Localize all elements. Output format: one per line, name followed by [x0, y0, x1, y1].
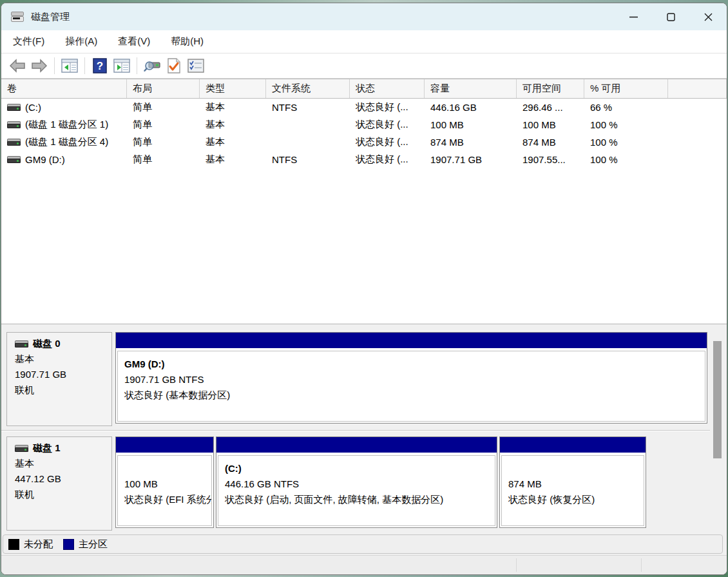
disk-row-separator	[1, 430, 710, 431]
partition-size: 100 MB	[124, 476, 209, 492]
volume-icon	[7, 156, 21, 163]
layout-cell: 简单	[127, 151, 200, 168]
layout-cell: 简单	[127, 99, 200, 116]
disk-graphical-pane: 磁盘 0 基本 1907.71 GB 联机 GM9 (D:) 1907.71 G…	[1, 324, 727, 533]
column-header-volume[interactable]: 卷	[1, 79, 127, 98]
scrollbar-thumb[interactable]	[713, 341, 722, 458]
disk-0-label-box[interactable]: 磁盘 0 基本 1907.71 GB 联机	[6, 332, 112, 426]
partition-size: 874 MB	[508, 476, 641, 492]
partition-status: 状态良好 (恢复分区)	[508, 492, 641, 507]
status-cell: 状态良好 (...	[350, 151, 425, 168]
disk-0-type: 基本	[15, 351, 111, 367]
volume-row-disk1-part4[interactable]: (磁盘 1 磁盘分区 4) 简单 基本 状态良好 (... 874 MB 874…	[1, 133, 727, 151]
type-cell: 基本	[200, 99, 266, 116]
type-cell: 基本	[200, 151, 266, 168]
volume-icon	[7, 139, 21, 146]
volume-icon	[7, 121, 21, 128]
menu-view[interactable]: 查看(V)	[108, 30, 160, 53]
partition-color-bar	[116, 333, 707, 348]
partition-status: 状态良好 (启动, 页面文件, 故障转储, 基本数据分区)	[225, 492, 492, 507]
menu-file[interactable]: 文件(F)	[1, 30, 55, 53]
volume-name-cell: (磁盘 1 磁盘分区 1)	[1, 116, 127, 133]
volume-table-header: 卷 布局 类型 文件系统 状态 容量 可用空间 % 可用	[1, 79, 727, 99]
volume-name-cell: (磁盘 1 磁盘分区 4)	[1, 133, 127, 151]
partition-gm9-d[interactable]: GM9 (D:) 1907.71 GB NTFS 状态良好 (基本数据分区)	[115, 332, 707, 424]
window-controls	[615, 3, 727, 30]
column-header-type[interactable]: 类型	[200, 79, 266, 98]
column-header-capacity[interactable]: 容量	[425, 79, 517, 98]
free-space-cell: 1907.55...	[517, 151, 584, 168]
vertical-scrollbar[interactable]	[712, 329, 723, 531]
unallocated-color-swatch	[8, 539, 19, 550]
disk-management-window: 磁盘管理 文件(F) 操作(A) 查看(V) 帮助(H)	[1, 3, 727, 575]
filler-cell	[668, 151, 727, 168]
back-icon	[9, 59, 26, 73]
console-tree-button[interactable]	[60, 56, 79, 75]
percent-free-cell: 100 %	[584, 116, 668, 133]
filesystem-cell: NTFS	[266, 99, 350, 116]
menu-action[interactable]: 操作(A)	[55, 30, 108, 53]
primary-partition-label: 主分区	[79, 538, 108, 551]
volume-name: GM9 (D:)	[25, 154, 65, 165]
menu-bar: 文件(F) 操作(A) 查看(V) 帮助(H)	[1, 30, 727, 54]
volume-name: (C:)	[25, 102, 41, 113]
help-icon: ?	[93, 58, 107, 73]
volume-icon	[7, 104, 21, 111]
disk-0-row: 磁盘 0 基本 1907.71 GB 联机 GM9 (D:) 1907.71 G…	[1, 329, 727, 426]
type-cell: 基本	[200, 133, 266, 151]
window-title: 磁盘管理	[31, 11, 70, 23]
capacity-cell: 874 MB	[425, 133, 517, 151]
volume-row-gm9-d[interactable]: GM9 (D:) 简单 基本 NTFS 状态良好 (... 1907.71 GB…	[1, 151, 727, 168]
forward-icon	[31, 59, 48, 73]
close-button[interactable]	[689, 3, 727, 30]
partition-c[interactable]: (C:) 446.16 GB NTFS 状态良好 (启动, 页面文件, 故障转储…	[216, 436, 497, 528]
column-header-layout[interactable]: 布局	[127, 79, 200, 98]
minimize-button[interactable]	[615, 3, 652, 30]
column-header-filesystem[interactable]: 文件系统	[266, 79, 350, 98]
partition-color-bar	[116, 437, 213, 453]
partition-body: (C:) 446.16 GB NTFS 状态良好 (启动, 页面文件, 故障转储…	[218, 455, 495, 526]
partition-body: GM9 (D:) 1907.71 GB NTFS 状态良好 (基本数据分区)	[117, 351, 705, 422]
partition-recovery[interactable]: 874 MB 状态良好 (恢复分区)	[499, 436, 646, 528]
toolbar-separator	[84, 57, 85, 74]
console-tree-icon	[61, 59, 78, 73]
legend-bar: 未分配 主分区	[1, 533, 727, 555]
volume-row-c[interactable]: (C:) 简单 基本 NTFS 状态良好 (... 446.16 GB 296.…	[1, 99, 727, 116]
disk-1-label-box[interactable]: 磁盘 1 基本 447.12 GB 联机	[6, 436, 112, 531]
volume-name: (磁盘 1 磁盘分区 1)	[25, 119, 108, 131]
help-button[interactable]: ?	[90, 56, 110, 75]
status-cell: 状态良好 (...	[350, 99, 425, 116]
status-bar-divider	[516, 558, 517, 572]
partition-status: 状态良好 (基本数据分区)	[124, 387, 702, 403]
volume-row-disk1-part1[interactable]: (磁盘 1 磁盘分区 1) 简单 基本 状态良好 (... 100 MB 100…	[1, 116, 727, 133]
partition-efi-system[interactable]: 100 MB 状态良好 (EFI 系统分区)	[115, 436, 214, 528]
status-cell: 状态良好 (...	[350, 133, 425, 151]
free-space-cell: 296.46 ...	[517, 99, 584, 116]
free-space-cell: 874 MB	[517, 133, 584, 151]
column-header-free-space[interactable]: 可用空间	[517, 79, 584, 98]
percent-free-cell: 100 %	[584, 151, 668, 168]
checklist-button[interactable]	[186, 56, 206, 75]
disk-icon	[15, 340, 28, 347]
disk-1-row: 磁盘 1 基本 447.12 GB 联机 100 MB 状态良好 (EFI 系统…	[1, 434, 727, 531]
volume-name-cell: (C:)	[1, 99, 127, 116]
disk-management-app-icon	[10, 11, 24, 23]
column-header-filler	[668, 79, 727, 98]
maximize-button[interactable]	[652, 3, 689, 30]
column-header-percent-free[interactable]: % 可用	[584, 79, 668, 98]
partition-body: 874 MB 状态良好 (恢复分区)	[501, 455, 644, 526]
title-bar: 磁盘管理	[1, 3, 727, 30]
back-button[interactable]	[8, 56, 27, 75]
disk-0-name: 磁盘 0	[33, 338, 61, 350]
forward-button[interactable]	[30, 56, 49, 75]
action-pane-icon	[113, 59, 130, 73]
task-check-button[interactable]	[164, 56, 184, 75]
disk-0-size: 1907.71 GB	[15, 367, 111, 382]
rescan-disks-button[interactable]	[142, 56, 162, 75]
unallocated-label: 未分配	[24, 538, 53, 551]
volume-name-cell: GM9 (D:)	[1, 151, 127, 168]
action-pane-button[interactable]	[112, 56, 131, 75]
filler-cell	[668, 133, 727, 151]
column-header-status[interactable]: 状态	[350, 79, 425, 98]
menu-help[interactable]: 帮助(H)	[160, 30, 214, 53]
